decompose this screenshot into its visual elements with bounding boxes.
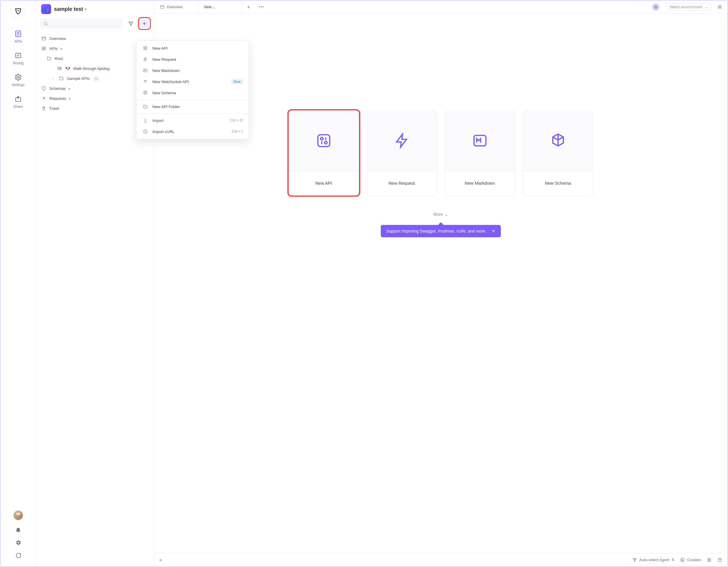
dd-new-markdown[interactable]: New Markdown [137,65,249,76]
search-icon [43,21,48,26]
sort-icon: ⇅ [672,558,674,562]
markdown-icon [142,68,148,73]
folder-icon [46,56,52,61]
dd-new-request[interactable]: New Request [137,54,249,65]
cookies-button[interactable]: Cookies [680,558,701,562]
svg-point-16 [634,561,635,561]
rail-item-testing[interactable]: Testing [1,48,36,69]
svg-rect-10 [318,135,330,147]
tab-add-button[interactable] [242,1,255,13]
dd-label: New API Folder [152,105,180,109]
tree-label: Trash [49,106,59,111]
svg-point-17 [681,558,684,562]
svg-point-20 [682,560,682,561]
dd-label: New Markdown [152,68,180,73]
import-icon [142,118,148,123]
folder-icon [59,76,64,81]
bell-icon[interactable] [15,526,21,533]
chevron-right-icon: › [52,77,56,80]
tab-label: New… [204,5,215,9]
tip-close-button[interactable]: ✕ [492,228,496,234]
card-label: New Schema [523,171,593,195]
card-new-request[interactable]: New Request [367,110,437,196]
card-new-api[interactable]: New API [289,110,359,196]
vault-icon[interactable] [707,558,712,562]
dd-import[interactable]: Import Ctrl + O [137,115,249,126]
more-link[interactable]: More ⌄ [434,212,448,217]
statusbar: « Auto-select Agent ⇅ Cookies [154,553,727,566]
tab-new[interactable]: New… [198,1,242,13]
svg-point-4 [44,22,47,25]
dd-shortcut: Ctrl + I [232,129,243,134]
cube-icon [550,133,566,149]
markdown-icon [57,66,62,71]
dd-new-api[interactable]: New API [137,43,249,54]
add-dropdown: New API New Request New Markdown New Web… [136,41,249,139]
folder-plus-icon [142,104,148,109]
api-icon [142,46,148,51]
chevron-down-icon: ⌄ [705,5,708,9]
user-avatar[interactable] [14,511,23,520]
tab-more-button[interactable]: ••• [255,1,268,13]
tree-label: APIs [49,46,58,51]
request-icon [41,96,46,101]
message-icon[interactable] [15,552,21,559]
dd-label: New Schema [152,91,176,95]
workspace-selector[interactable]: sample test ▾ [54,6,87,12]
caret-right-icon: ▸ [69,97,71,100]
dd-new-folder[interactable]: New API Folder [137,101,249,112]
dd-label: New Request [152,57,176,62]
dropdown-separator [137,100,249,100]
filter-button[interactable] [126,18,136,29]
env-placeholder: Select environment [670,5,702,9]
cookie-icon [680,558,685,562]
help-icon[interactable] [717,558,722,562]
import-curl-icon [142,129,148,134]
workspace-icon[interactable]: 👥 [41,4,51,14]
caret-right-icon: ▸ [61,47,63,51]
lightning-icon [142,57,148,62]
tree-label: Root [55,56,63,61]
collapse-sidebar-button[interactable]: « [159,557,162,563]
add-button[interactable] [139,18,150,29]
rail-item-share[interactable]: Share [1,91,36,113]
env-badge-icon[interactable] [652,3,660,11]
icon-rail: APIs Testing Settings Share [1,1,36,566]
tab-overview[interactable]: Overview [154,1,198,13]
app-logo[interactable] [12,5,25,18]
svg-point-15 [636,558,636,559]
dd-label: Import cURL [152,129,175,134]
env-selector[interactable]: Select environment ⌄ [666,3,712,11]
ellipsis-icon: ••• [259,5,264,9]
svg-rect-6 [42,47,45,50]
card-new-schema[interactable]: New Schema [523,110,593,196]
card-new-markdown[interactable]: New Markdown [445,110,515,196]
websocket-icon [142,79,148,84]
svg-point-14 [633,558,634,559]
dd-import-curl[interactable]: Import cURL Ctrl + I [137,126,249,137]
filter-icon [128,21,134,26]
svg-rect-21 [708,558,710,561]
rail-item-apis[interactable]: APIs [1,26,36,48]
tip-text: Support importing Swagger, Postman, cURL… [386,229,486,233]
lightning-icon [394,133,410,149]
beta-badge: Beta [231,79,243,84]
gear-icon[interactable] [15,539,21,546]
svg-point-19 [683,560,683,560]
tabbar: Overview New… ••• Select environment ⌄ [154,1,727,14]
dd-new-schema[interactable]: New Schema [137,87,249,98]
svg-point-9 [654,5,658,9]
rail-item-settings[interactable]: Settings [1,69,36,91]
dd-new-websocket[interactable]: New WebSocket API Beta [137,76,249,87]
workspace-name: sample test [54,6,83,12]
search-input[interactable] [40,18,123,29]
trash-icon [41,106,46,111]
rail-label: Share [13,105,23,109]
tree-label: Sample APIs [67,76,90,81]
svg-point-18 [682,559,682,560]
hamburger-button[interactable] [714,1,725,13]
overview-icon [41,36,46,41]
import-tip: Support importing Swagger, Postman, cURL… [381,225,501,237]
agent-selector[interactable]: Auto-select Agent ⇅ [632,558,674,562]
svg-rect-8 [161,6,164,9]
